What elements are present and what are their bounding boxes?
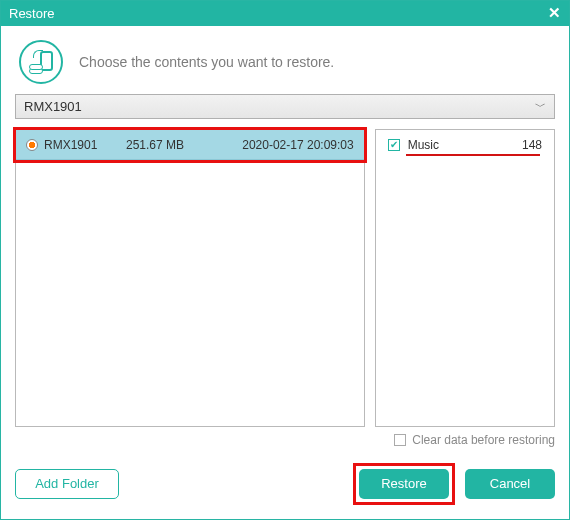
content-panes: RMX1901 251.67 MB 2020-02-17 20:09:03 ✔ … (15, 129, 555, 427)
backup-row[interactable]: RMX1901 251.67 MB 2020-02-17 20:09:03 (16, 130, 364, 160)
backup-size: 251.67 MB (126, 138, 206, 152)
clear-checkbox[interactable] (394, 434, 406, 446)
dropdown-selected: RMX1901 (24, 99, 82, 114)
device-dropdown[interactable]: RMX1901 ﹀ (15, 94, 555, 119)
restore-phone-icon (19, 40, 63, 84)
instruction-text: Choose the contents you want to restore. (79, 54, 334, 70)
clear-label: Clear data before restoring (412, 433, 555, 447)
backup-name: RMX1901 (44, 138, 120, 152)
clear-option-row: Clear data before restoring (15, 433, 555, 447)
titlebar: Restore ✕ (1, 1, 569, 26)
restore-button[interactable]: Restore (359, 469, 449, 499)
content-label: Music (408, 138, 498, 152)
content-list: ✔ Music 148 (375, 129, 555, 427)
footer: Add Folder Restore Cancel (15, 463, 555, 505)
cancel-button[interactable]: Cancel (465, 469, 555, 499)
add-folder-button[interactable]: Add Folder (15, 469, 119, 499)
backup-list: RMX1901 251.67 MB 2020-02-17 20:09:03 (15, 129, 365, 427)
checkbox-checked-icon[interactable]: ✔ (388, 139, 400, 151)
header: Choose the contents you want to restore. (1, 26, 569, 94)
chevron-down-icon: ﹀ (535, 99, 546, 114)
close-icon[interactable]: ✕ (548, 4, 561, 22)
window-title: Restore (9, 6, 55, 21)
radio-selected-icon[interactable] (26, 139, 38, 151)
content-row[interactable]: ✔ Music 148 (376, 130, 554, 160)
backup-datetime: 2020-02-17 20:09:03 (212, 138, 354, 152)
highlight-annotation (406, 154, 540, 156)
restore-dialog: Restore ✕ Choose the contents you want t… (0, 0, 570, 520)
content-count: 148 (506, 138, 542, 152)
highlight-annotation: Restore (353, 463, 455, 505)
